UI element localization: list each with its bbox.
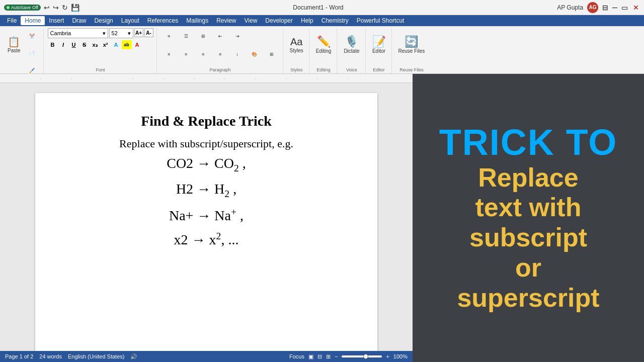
- ribbon-editor: 📝 Editor Editor: [367, 28, 392, 73]
- paste-button[interactable]: 📋 Paste: [5, 28, 23, 61]
- autosave-badge[interactable]: AutoSave Off: [4, 5, 41, 11]
- document-scroll[interactable]: Find & Replace Trick Replace with subscr…: [0, 83, 413, 351]
- reuse-content: 🔄 Reuse Files: [396, 28, 428, 66]
- menu-layout[interactable]: Layout: [117, 16, 143, 25]
- styles-group-label: Styles: [290, 66, 303, 72]
- font-content: Cambria ▾ 52 ▾ A+ A- B I U S x₂ x² A ab …: [48, 28, 153, 66]
- menu-chemistry[interactable]: Chemistry: [317, 16, 353, 25]
- strikethrough-button[interactable]: S: [79, 40, 90, 49]
- ribbon-clipboard: 📋 Paste ✂️ 📄 🖌️ Clipboard: [2, 28, 44, 73]
- editing-content: ✏️ Editing: [313, 28, 334, 66]
- menu-powerful-shortcut[interactable]: Powerful Shortcut: [353, 16, 409, 25]
- ribbon-font: Cambria ▾ 52 ▾ A+ A- B I U S x₂ x² A ab …: [45, 28, 157, 73]
- editor-label: Editor: [372, 48, 385, 54]
- main-area: · · · · · · · · · · · Find & Replace Tri…: [0, 74, 644, 362]
- user-avatar[interactable]: AG: [587, 2, 598, 13]
- menu-insert[interactable]: Insert: [45, 16, 68, 25]
- justify-button[interactable]: ≡: [212, 46, 228, 62]
- trick-description: Replacetext withsubscriptorsuperscript: [457, 163, 599, 313]
- reuse-button[interactable]: 🔄 Reuse Files: [396, 28, 428, 61]
- copy-icon: 📄: [29, 51, 35, 56]
- paste-label: Paste: [8, 48, 21, 53]
- zoom-slider[interactable]: [342, 355, 382, 357]
- font-size-dropdown-icon[interactable]: ▾: [128, 30, 131, 37]
- bullets-button[interactable]: ≡: [161, 28, 177, 44]
- autosave-status: Off: [32, 5, 38, 10]
- right-panel: TRICK TO Replacetext withsubscriptorsupe…: [413, 74, 644, 362]
- font-name-dropdown-icon[interactable]: ▾: [103, 30, 106, 37]
- font-color-button[interactable]: A: [132, 40, 142, 49]
- minimize-button[interactable]: ─: [612, 4, 617, 12]
- italic-button[interactable]: I: [58, 40, 68, 49]
- maximize-button[interactable]: ▭: [621, 4, 628, 12]
- title-bar-right: AP Gupta AG ⊟ ─ ▭ ✕: [557, 2, 640, 13]
- menu-draw[interactable]: Draw: [68, 16, 90, 25]
- editor-button[interactable]: 📝 Editor: [370, 28, 388, 61]
- ribbon-collapse-icon[interactable]: ⊟: [602, 4, 608, 12]
- save-icon[interactable]: 💾: [71, 4, 79, 12]
- ribbon-voice: 🎙️ Dictate Voice: [338, 28, 365, 73]
- editing-button[interactable]: ✏️ Editing: [313, 28, 334, 61]
- status-right: Focus ▣ ⊟ ⊞ − + 100%: [289, 353, 408, 360]
- superscript-button[interactable]: x²: [101, 40, 111, 49]
- text-highlight-button[interactable]: ab: [122, 40, 132, 49]
- align-right-button[interactable]: ≡: [195, 46, 211, 62]
- layout-icon-2[interactable]: ⊟: [317, 353, 322, 360]
- styles-icon: Aa: [290, 37, 302, 47]
- word-count: 24 words: [39, 353, 62, 360]
- dictate-button[interactable]: 🎙️ Dictate: [341, 28, 362, 61]
- zoom-minus-button[interactable]: −: [335, 353, 338, 359]
- refresh-icon[interactable]: ↻: [62, 4, 68, 12]
- close-button[interactable]: ✕: [632, 4, 640, 12]
- menu-mailings[interactable]: Mailings: [182, 16, 212, 25]
- dictate-label: Dictate: [344, 48, 359, 54]
- redo-icon[interactable]: ↪: [53, 4, 59, 12]
- title-bar-left: AutoSave Off ↩ ↪ ↻ 💾: [4, 4, 79, 12]
- menu-references[interactable]: References: [143, 16, 182, 25]
- focus-label[interactable]: Focus: [289, 353, 304, 359]
- autosave-label: AutoSave: [11, 5, 31, 10]
- indent-decrease-button[interactable]: ⇤: [212, 28, 228, 44]
- shading-button[interactable]: 🎨: [247, 46, 263, 62]
- subscript-button[interactable]: x₂: [90, 40, 100, 49]
- bold-button[interactable]: B: [48, 40, 58, 49]
- status-left: Page 1 of 2 24 words English (United Sta…: [5, 353, 137, 360]
- window-title: Document1 - Word: [293, 4, 343, 11]
- copy-button[interactable]: 📄: [24, 45, 40, 61]
- font-size-selector[interactable]: 52 ▾: [109, 28, 133, 38]
- menu-view[interactable]: View: [240, 16, 262, 25]
- align-left-button[interactable]: ≡: [161, 46, 177, 62]
- menu-developer[interactable]: Developer: [261, 16, 297, 25]
- font-row-1: Cambria ▾ 52 ▾ A+ A-: [48, 28, 153, 38]
- text-effects-button[interactable]: A: [111, 40, 121, 49]
- justify-icon: ≡: [219, 52, 221, 57]
- multilevel-icon: ⊞: [201, 34, 205, 39]
- zoom-level[interactable]: 100%: [393, 353, 408, 359]
- styles-button[interactable]: Aa Styles: [287, 28, 306, 61]
- co2-before: CO2 → CO2 ,: [167, 155, 246, 171]
- align-center-button[interactable]: ≡: [178, 46, 194, 62]
- zoom-plus-button[interactable]: +: [386, 353, 389, 359]
- menu-file[interactable]: File: [3, 16, 21, 25]
- menu-home[interactable]: Home: [21, 16, 45, 25]
- line-spacing-button[interactable]: ↕: [229, 46, 246, 62]
- align-right-icon: ≡: [202, 52, 204, 57]
- undo-icon[interactable]: ↩: [44, 4, 50, 12]
- na-before: Na+ → Na+ ,: [169, 208, 244, 223]
- page-info: Page 1 of 2: [5, 353, 33, 360]
- menu-help[interactable]: Help: [297, 16, 317, 25]
- layout-icon-3[interactable]: ⊞: [326, 353, 331, 360]
- numbering-button[interactable]: ☰: [178, 28, 194, 44]
- editing-group-label: Editing: [316, 66, 331, 72]
- font-name-selector[interactable]: Cambria ▾: [48, 28, 108, 38]
- borders-button[interactable]: ⊞: [264, 46, 280, 62]
- multilevel-button[interactable]: ⊞: [195, 28, 211, 44]
- underline-button[interactable]: U: [69, 40, 79, 49]
- menu-design[interactable]: Design: [90, 16, 117, 25]
- font-grow-button[interactable]: A+: [134, 28, 143, 37]
- indent-increase-button[interactable]: ⇥: [229, 28, 246, 44]
- cut-button[interactable]: ✂️: [24, 28, 40, 44]
- font-shrink-button[interactable]: A-: [144, 28, 153, 37]
- layout-icon-1[interactable]: ▣: [308, 353, 313, 360]
- menu-review[interactable]: Review: [212, 16, 240, 25]
